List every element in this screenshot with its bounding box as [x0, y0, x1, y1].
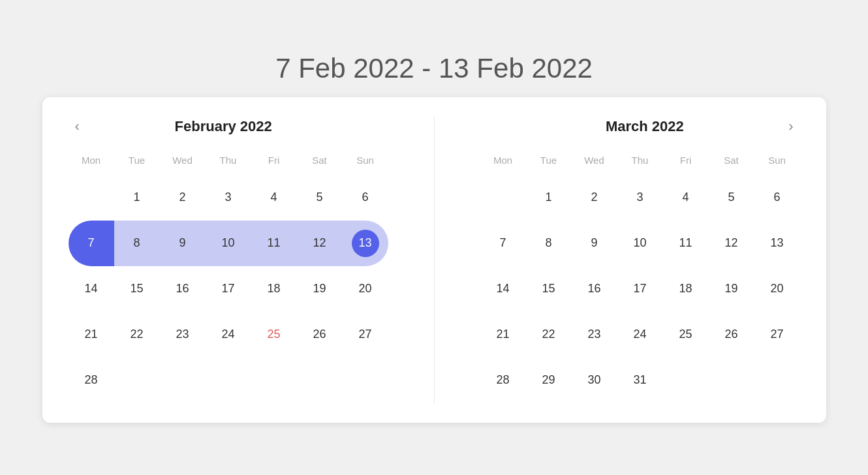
march-calendar: March 2022 › Mon Tue Wed Thu Fri Sat Sun… [480, 117, 800, 403]
feb-day-17[interactable]: 17 [206, 266, 251, 312]
mar-day-8[interactable]: 8 [526, 221, 572, 266]
mar-header-wed: Wed [572, 149, 617, 175]
date-range-title: 7 Feb 2022 - 13 Feb 2022 [275, 53, 593, 84]
february-grid: Mon Tue Wed Thu Fri Sat Sun 1 2 3 4 5 6 … [69, 149, 388, 403]
feb-day-20[interactable]: 20 [343, 266, 388, 312]
feb-day-19[interactable]: 19 [297, 266, 343, 312]
march-title: March 2022 [606, 118, 684, 135]
mar-day-20[interactable]: 20 [754, 266, 800, 312]
feb-day-3[interactable]: 3 [206, 175, 251, 221]
feb-day-empty-4 [206, 358, 251, 403]
feb-header-sat: Sat [297, 149, 343, 175]
mar-header-tue: Tue [526, 149, 572, 175]
next-month-button[interactable]: › [782, 117, 799, 136]
mar-day-9[interactable]: 9 [572, 221, 617, 266]
mar-day-22[interactable]: 22 [526, 312, 572, 358]
mar-header-mon: Mon [480, 149, 526, 175]
feb-header-fri: Fri [251, 149, 297, 175]
feb-day-11[interactable]: 11 [251, 221, 297, 266]
feb-day-13[interactable]: 13 [343, 221, 388, 266]
mar-day-3[interactable]: 3 [617, 175, 663, 221]
march-header: March 2022 › [480, 117, 800, 136]
mar-day-29[interactable]: 29 [526, 358, 572, 403]
mar-day-7[interactable]: 7 [480, 221, 526, 266]
prev-month-button[interactable]: ‹ [69, 117, 86, 136]
feb-day-1[interactable]: 1 [114, 175, 160, 221]
mar-day-23[interactable]: 23 [572, 312, 617, 358]
feb-day-8[interactable]: 8 [114, 221, 160, 266]
feb-day-empty-6 [297, 358, 343, 403]
mar-day-empty-3 [709, 358, 754, 403]
feb-header-sun: Sun [343, 149, 388, 175]
mar-day-24[interactable]: 24 [617, 312, 663, 358]
mar-header-thu: Thu [617, 149, 663, 175]
feb-day-21[interactable]: 21 [69, 312, 114, 358]
feb-day-6[interactable]: 6 [343, 175, 388, 221]
feb-header-tue: Tue [114, 149, 160, 175]
feb-day-9[interactable]: 9 [160, 221, 206, 266]
feb-day-empty-5 [251, 358, 297, 403]
feb-day-18[interactable]: 18 [251, 266, 297, 312]
march-grid: Mon Tue Wed Thu Fri Sat Sun 1 2 3 4 5 6 … [480, 149, 800, 403]
feb-day-empty-3 [160, 358, 206, 403]
main-container: 7 Feb 2022 - 13 Feb 2022 ‹ February 2022… [42, 53, 826, 423]
feb-day-2[interactable]: 2 [160, 175, 206, 221]
mar-day-empty-4 [754, 358, 800, 403]
feb-day-26[interactable]: 26 [297, 312, 343, 358]
mar-day-10[interactable]: 10 [617, 221, 663, 266]
february-calendar: ‹ February 2022 Mon Tue Wed Thu Fri Sat … [69, 117, 388, 403]
mar-day-empty-2 [663, 358, 709, 403]
mar-day-11[interactable]: 11 [663, 221, 709, 266]
feb-header-thu: Thu [206, 149, 251, 175]
feb-day-12[interactable]: 12 [297, 221, 343, 266]
mar-header-fri: Fri [663, 149, 709, 175]
feb-day-empty-7 [343, 358, 388, 403]
feb-day-10[interactable]: 10 [206, 221, 251, 266]
mar-day-25[interactable]: 25 [663, 312, 709, 358]
feb-day-23[interactable]: 23 [160, 312, 206, 358]
mar-day-19[interactable]: 19 [709, 266, 754, 312]
mar-day-12[interactable]: 12 [709, 221, 754, 266]
feb-day-7[interactable]: 7 [69, 221, 114, 266]
feb-day-16[interactable]: 16 [160, 266, 206, 312]
mar-header-sat: Sat [709, 149, 754, 175]
mar-day-1[interactable]: 1 [526, 175, 572, 221]
february-header: ‹ February 2022 [69, 117, 388, 136]
feb-day-15[interactable]: 15 [114, 266, 160, 312]
feb-day-empty-2 [114, 358, 160, 403]
feb-day-empty-1 [69, 175, 114, 221]
mar-day-4[interactable]: 4 [663, 175, 709, 221]
mar-day-28[interactable]: 28 [480, 358, 526, 403]
feb-day-24[interactable]: 24 [206, 312, 251, 358]
mar-day-30[interactable]: 30 [572, 358, 617, 403]
mar-day-13[interactable]: 13 [754, 221, 800, 266]
feb-day-22[interactable]: 22 [114, 312, 160, 358]
feb-day-4[interactable]: 4 [251, 175, 297, 221]
mar-day-6[interactable]: 6 [754, 175, 800, 221]
feb-day-28[interactable]: 28 [69, 358, 114, 403]
mar-day-17[interactable]: 17 [617, 266, 663, 312]
feb-header-wed: Wed [160, 149, 206, 175]
feb-day-27[interactable]: 27 [343, 312, 388, 358]
february-title: February 2022 [175, 118, 272, 135]
feb-header-mon: Mon [69, 149, 114, 175]
feb-day-25[interactable]: 25 [251, 312, 297, 358]
mar-day-16[interactable]: 16 [572, 266, 617, 312]
mar-day-21[interactable]: 21 [480, 312, 526, 358]
mar-day-15[interactable]: 15 [526, 266, 572, 312]
mar-day-18[interactable]: 18 [663, 266, 709, 312]
mar-day-5[interactable]: 5 [709, 175, 754, 221]
mar-day-14[interactable]: 14 [480, 266, 526, 312]
feb-day-14[interactable]: 14 [69, 266, 114, 312]
mar-header-sun: Sun [754, 149, 800, 175]
mar-day-2[interactable]: 2 [572, 175, 617, 221]
calendar-panel: ‹ February 2022 Mon Tue Wed Thu Fri Sat … [42, 97, 826, 423]
mar-day-27[interactable]: 27 [754, 312, 800, 358]
mar-day-26[interactable]: 26 [709, 312, 754, 358]
mar-day-empty-1 [480, 175, 526, 221]
calendar-divider [434, 117, 435, 403]
feb-day-5[interactable]: 5 [297, 175, 343, 221]
mar-day-31[interactable]: 31 [617, 358, 663, 403]
